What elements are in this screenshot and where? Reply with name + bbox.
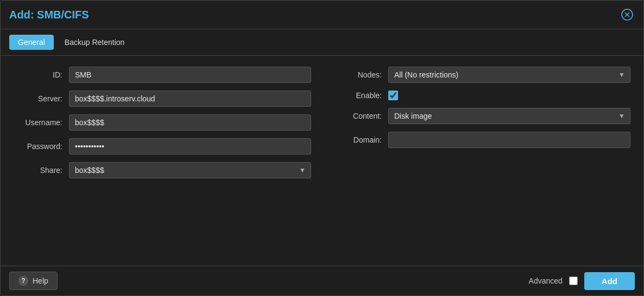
advanced-label: Advanced [529, 276, 563, 285]
footer-right: Advanced Add [529, 272, 635, 290]
password-input[interactable] [69, 138, 311, 155]
id-label: ID: [14, 70, 62, 79]
nodes-select[interactable]: All (No restrictions) [388, 67, 630, 83]
dialog-title: Add: SMB/CIFS [9, 9, 89, 21]
close-icon [621, 9, 633, 21]
password-label: Password: [14, 142, 62, 151]
enable-row: Enable: [333, 91, 630, 100]
add-button[interactable]: Add [584, 272, 635, 290]
close-button[interactable] [620, 7, 635, 22]
tabs: General Backup Retention [1, 29, 643, 56]
id-input[interactable] [69, 67, 311, 83]
enable-checkbox-wrapper [388, 91, 398, 100]
domain-input[interactable] [388, 132, 630, 148]
nodes-select-wrapper: All (No restrictions) ▼ [388, 67, 630, 83]
username-label: Username: [14, 118, 62, 127]
dialog-header: Add: SMB/CIFS [1, 1, 643, 29]
form-body: ID: Server: Username: Password: Share: [1, 56, 643, 266]
password-row: Password: [14, 138, 311, 155]
server-label: Server: [14, 94, 62, 103]
enable-label: Enable: [333, 91, 382, 100]
nodes-label: Nodes: [333, 70, 382, 79]
server-row: Server: [14, 91, 311, 107]
help-button[interactable]: ? Help [9, 272, 58, 290]
domain-row: Domain: [333, 132, 630, 148]
username-input[interactable] [69, 114, 311, 131]
content-row: Content: Disk image ▼ [333, 108, 630, 124]
domain-label: Domain: [333, 136, 382, 144]
form-left: ID: Server: Username: Password: Share: [14, 67, 311, 178]
share-select[interactable]: box$$$$ [69, 162, 311, 178]
advanced-checkbox[interactable] [569, 276, 578, 285]
content-select[interactable]: Disk image [388, 108, 630, 124]
form-right: Nodes: All (No restrictions) ▼ Enable: C… [333, 67, 630, 178]
nodes-row: Nodes: All (No restrictions) ▼ [333, 67, 630, 83]
tab-general[interactable]: General [9, 35, 54, 50]
dialog-footer: ? Help Advanced Add [1, 266, 643, 295]
content-label: Content: [333, 112, 382, 120]
id-row: ID: [14, 67, 311, 83]
share-label: Share: [14, 166, 62, 175]
enable-checkbox[interactable] [388, 91, 398, 100]
content-select-wrapper: Disk image ▼ [388, 108, 630, 124]
server-input[interactable] [69, 91, 311, 107]
help-icon: ? [18, 276, 28, 286]
share-select-wrapper: box$$$$ ▼ [69, 162, 311, 178]
tab-backup-retention[interactable]: Backup Retention [56, 35, 134, 50]
username-row: Username: [14, 114, 311, 131]
dialog: Add: SMB/CIFS General Backup Retention I… [0, 0, 644, 296]
share-row: Share: box$$$$ ▼ [14, 162, 311, 178]
help-label: Help [33, 276, 48, 285]
